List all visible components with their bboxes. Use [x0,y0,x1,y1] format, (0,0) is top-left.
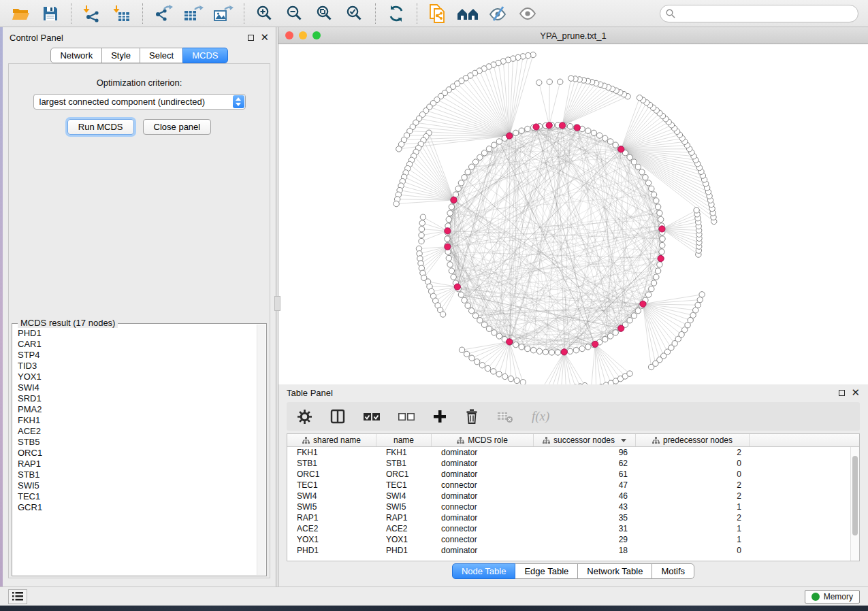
run-mcds-button[interactable]: Run MCDS [67,119,134,135]
network-node[interactable] [446,216,451,222]
cell-mcds-role[interactable]: dominator [432,469,534,479]
cell-name[interactable]: STB1 [376,459,432,468]
network-node[interactable] [502,374,507,379]
table-row[interactable]: ACE2ACE2connector311 [287,523,850,534]
cell-mcds-role[interactable]: connector [432,480,534,490]
network-node[interactable] [481,322,487,327]
network-node[interactable] [447,262,453,267]
network-node[interactable] [659,249,664,254]
dominator-node[interactable] [592,341,598,347]
cell-successor-nodes[interactable]: 47 [534,480,636,490]
mcds-result-item[interactable]: TEC1 [18,491,257,502]
cell-predecessor-nodes[interactable]: 0 [636,459,750,468]
dominator-node[interactable] [454,284,460,290]
cell-successor-nodes[interactable]: 43 [534,502,636,512]
cell-successor-nodes[interactable]: 18 [534,546,636,555]
dominator-node[interactable] [445,228,451,234]
network-node[interactable] [643,175,648,180]
network-node[interactable] [446,255,451,261]
cell-shared-name[interactable]: PHD1 [287,546,376,555]
dominator-node[interactable] [445,244,451,250]
mcds-result-item[interactable]: FKH1 [18,415,257,426]
cell-mcds-role[interactable]: dominator [432,459,534,468]
cell-name[interactable]: TEC1 [376,480,432,490]
cell-shared-name[interactable]: FKH1 [287,448,376,457]
network-node[interactable] [654,274,659,280]
cell-name[interactable]: RAP1 [376,513,432,523]
column-header[interactable]: predecessor nodes [636,434,750,446]
network-node[interactable] [543,349,548,354]
cell-mcds-role[interactable]: dominator [432,448,534,457]
network-node[interactable] [468,164,474,169]
network-node[interactable] [635,164,641,169]
network-node[interactable] [455,186,461,191]
open-session-icon[interactable] [7,3,34,24]
cell-successor-nodes[interactable]: 29 [534,535,636,544]
cell-predecessor-nodes[interactable]: 2 [636,448,750,457]
mcds-result-item[interactable]: CAR1 [18,339,257,350]
network-node[interactable] [472,313,478,318]
deselect-all-columns-icon[interactable] [398,412,415,421]
tab-style[interactable]: Style [101,48,140,63]
float-table-panel-icon[interactable] [839,390,845,396]
cell-shared-name[interactable]: YOX1 [287,535,376,544]
mcds-result-item[interactable]: SWI5 [18,480,257,491]
network-node[interactable] [607,139,613,144]
add-column-icon[interactable] [433,410,447,423]
save-session-icon[interactable] [37,3,64,24]
network-node[interactable] [585,344,591,350]
cell-predecessor-nodes[interactable]: 2 [636,513,750,523]
network-node[interactable] [602,337,608,342]
network-node[interactable] [567,123,573,129]
network-node[interactable] [396,146,402,152]
import-network-icon[interactable] [78,3,106,24]
mcds-result-item[interactable]: ACE2 [18,426,257,437]
network-node[interactable] [695,302,701,308]
network-node[interactable] [485,365,490,371]
table-row[interactable]: YOX1YOX1connector291 [287,534,850,545]
network-node[interactable] [654,198,659,203]
sort-indicator-icon[interactable] [621,439,626,442]
table-row[interactable]: FKH1FKH1dominator962 [287,447,850,458]
network-node[interactable] [651,192,656,197]
float-panel-icon[interactable] [248,35,254,41]
network-node[interactable] [697,297,703,302]
panel-splitter[interactable] [276,27,278,587]
dominator-node[interactable] [618,325,624,331]
network-node[interactable] [508,376,513,381]
network-node[interactable] [458,180,464,186]
column-header[interactable]: successor nodes [534,434,636,446]
network-node[interactable] [530,347,536,352]
mcds-list-scrollbar[interactable] [257,325,266,575]
close-panel-button[interactable]: Close panel [143,119,212,135]
cell-predecessor-nodes[interactable]: 2 [636,480,750,490]
network-node[interactable] [631,313,637,318]
cell-mcds-role[interactable]: dominator [432,491,534,501]
mcds-result-list[interactable]: PHD1CAR1STP4TID3YOX1SWI4SRD1PMA2FKH1ACE2… [13,326,257,575]
mcds-result-item[interactable]: ORC1 [18,448,257,459]
table-row[interactable]: RAP1RAP1dominator352 [287,512,850,523]
export-network-icon[interactable] [150,3,177,24]
tab-network[interactable]: Network [50,48,102,63]
tab-node-table[interactable]: Node Table [452,563,516,579]
network-node[interactable] [699,292,705,297]
show-all-icon[interactable] [514,3,541,24]
network-node[interactable] [513,342,518,347]
cell-name[interactable]: ACE2 [376,524,432,533]
cell-mcds-role[interactable]: dominator [432,513,534,523]
dominator-node[interactable] [618,146,624,152]
network-node[interactable] [627,318,632,323]
network-node[interactable] [568,76,574,81]
cell-mcds-role[interactable]: connector [432,502,534,512]
network-node[interactable] [496,333,502,339]
mcds-result-item[interactable]: YOX1 [18,371,257,382]
table-row[interactable]: SWI4SWI4dominator462 [287,491,850,501]
network-node[interactable] [447,210,453,216]
network-node[interactable] [449,268,454,274]
search-input[interactable] [679,8,852,18]
network-node[interactable] [567,348,573,354]
network-node[interactable] [536,80,542,85]
network-node[interactable] [536,348,542,354]
tab-select[interactable]: Select [140,48,183,63]
network-node[interactable] [496,139,502,144]
